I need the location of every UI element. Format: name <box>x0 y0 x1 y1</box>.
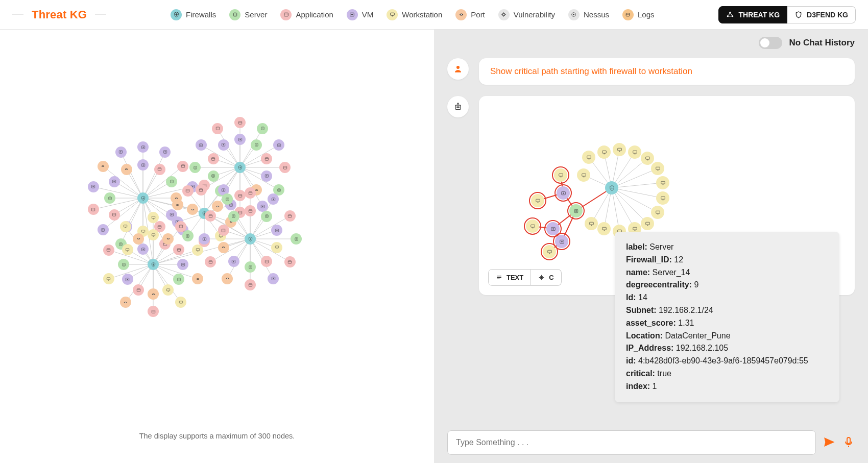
graph-node-vm[interactable] <box>177 259 188 270</box>
graph-node-application[interactable] <box>175 221 186 232</box>
graph-node-vm[interactable] <box>268 193 279 205</box>
mini-node-workstation[interactable] <box>597 145 611 159</box>
mini-node-workstation[interactable] <box>651 162 664 175</box>
graph-panel[interactable]: The display supports a maximum of 300 no… <box>0 30 434 463</box>
graph-node-application[interactable] <box>154 164 165 175</box>
mini-node-workstation[interactable] <box>597 222 611 235</box>
graph-node-application[interactable] <box>148 306 159 317</box>
mini-node-workstation[interactable] <box>526 220 539 233</box>
graph-node-vm[interactable] <box>109 176 120 187</box>
graph-node-vm[interactable] <box>88 181 99 192</box>
legend-workstation[interactable]: Workstation <box>387 9 442 20</box>
graph-node-application[interactable] <box>205 210 216 222</box>
graph-node-application[interactable] <box>234 190 246 201</box>
graph-node-application[interactable] <box>196 184 207 196</box>
graph-node-application[interactable] <box>234 117 246 128</box>
graph-node-vm[interactable] <box>137 141 149 153</box>
graph-node-application[interactable] <box>182 185 194 197</box>
mini-node-vm[interactable] <box>555 235 568 248</box>
graph-node-workstation[interactable] <box>148 212 159 223</box>
graph-node-firewall[interactable] <box>234 162 246 173</box>
graph-node-port[interactable] <box>218 242 229 253</box>
mini-node-workstation[interactable] <box>651 206 664 219</box>
mini-node-workstation[interactable] <box>628 145 641 159</box>
response-text-tab[interactable]: TEXT <box>488 269 531 286</box>
graph-node-firewall[interactable] <box>148 259 159 270</box>
legend-firewalls[interactable]: Firewalls <box>171 9 216 20</box>
mini-node-workstation[interactable] <box>656 176 669 189</box>
graph-node-workstation[interactable] <box>103 273 114 284</box>
legend-server[interactable]: Server <box>229 9 267 20</box>
graph-node-application[interactable] <box>212 123 223 134</box>
graph-node-firewall[interactable] <box>245 233 256 245</box>
graph-node-server[interactable] <box>222 193 233 205</box>
graph-node-server[interactable] <box>245 261 256 273</box>
graph-node-server[interactable] <box>228 211 239 222</box>
graph-node-vm[interactable] <box>98 224 109 235</box>
graph-node-port[interactable] <box>162 233 174 245</box>
graph-node-server[interactable] <box>182 230 194 241</box>
graph-node-workstation[interactable] <box>122 244 133 255</box>
graph-node-application[interactable] <box>218 225 229 236</box>
graph-node-port[interactable] <box>148 288 159 300</box>
graph-node-workstation[interactable] <box>148 229 159 240</box>
graph-node-application[interactable] <box>245 279 256 290</box>
chat-history-toggle[interactable] <box>759 37 782 49</box>
mini-node-workstation[interactable] <box>582 151 595 164</box>
send-button[interactable] <box>823 436 835 450</box>
graph-node-vm[interactable] <box>137 159 149 170</box>
graph-node-application[interactable] <box>88 204 99 215</box>
graph-node-vm[interactable] <box>218 139 229 151</box>
legend-nessus[interactable]: Nessus <box>568 9 609 20</box>
graph-node-application[interactable] <box>103 245 114 256</box>
graph-node-vm[interactable] <box>122 274 133 285</box>
legend-logs[interactable]: Logs <box>622 9 655 20</box>
graph-node-application[interactable] <box>208 153 219 164</box>
graph-node-port[interactable] <box>121 164 132 175</box>
graph-node-vm[interactable] <box>268 273 279 284</box>
graph-node-application[interactable] <box>245 187 256 199</box>
threat-kg-tab[interactable]: THREAT KG <box>718 6 787 23</box>
graph-node-server[interactable] <box>104 192 115 204</box>
graph-node-vm[interactable] <box>234 134 246 145</box>
mini-node-workstation[interactable] <box>543 245 556 258</box>
graph-node-application[interactable] <box>109 209 120 221</box>
legend-application[interactable]: Application <box>280 9 333 20</box>
graph-node-port[interactable] <box>98 161 109 172</box>
graph-node-server[interactable] <box>118 259 129 270</box>
mic-button[interactable] <box>842 436 855 450</box>
graph-node-port[interactable] <box>133 233 144 245</box>
mini-node-workstation[interactable] <box>577 168 590 182</box>
mini-node-workstation[interactable] <box>641 152 654 165</box>
mini-node-workstation[interactable] <box>531 194 544 207</box>
graph-node-server[interactable] <box>189 162 201 173</box>
graph-node-application[interactable] <box>177 161 188 172</box>
graph-node-server[interactable] <box>251 139 262 151</box>
graph-node-application[interactable] <box>284 256 296 267</box>
graph-node-server[interactable] <box>261 211 272 222</box>
graph-node-vm[interactable] <box>199 233 210 245</box>
mini-node-vm[interactable] <box>557 186 570 200</box>
graph-node-application[interactable] <box>245 205 256 216</box>
graph-node-server[interactable] <box>166 176 177 187</box>
response-cypher-tab[interactable]: C <box>531 269 561 286</box>
graph-node-vm[interactable] <box>115 147 127 158</box>
mini-node-workstation[interactable] <box>641 217 654 230</box>
legend-vulnerability[interactable]: Vulnerability <box>498 9 555 20</box>
graph-node-workstation[interactable] <box>192 245 203 256</box>
mini-node-firewall[interactable] <box>605 181 618 194</box>
graph-node-vm[interactable] <box>137 243 149 255</box>
legend-port[interactable]: Port <box>455 9 485 20</box>
graph-node-server[interactable] <box>208 170 219 182</box>
mini-node-workstation[interactable] <box>554 168 567 182</box>
graph-node-port[interactable] <box>172 199 183 210</box>
graph-node-server[interactable] <box>291 233 302 245</box>
graph-node-application[interactable] <box>279 162 291 173</box>
mini-node-server[interactable] <box>569 204 583 217</box>
graph-node-application[interactable] <box>205 256 216 267</box>
mini-node-workstation[interactable] <box>613 143 626 156</box>
graph-node-workstation[interactable] <box>120 221 131 232</box>
graph-node-firewall[interactable] <box>137 192 149 204</box>
d3fend-kg-tab[interactable]: D3FEND KG <box>787 6 856 23</box>
mini-node-workstation[interactable] <box>585 217 598 230</box>
